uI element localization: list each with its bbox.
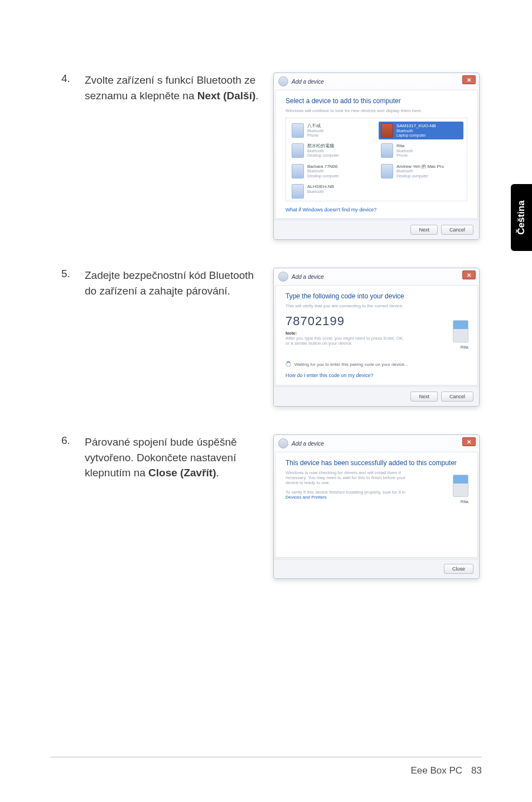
dialog3-footer: Close — [274, 559, 479, 578]
dialog2-footer: Next Cancel — [274, 386, 479, 406]
dialog2-heading: Type the following code into your device — [286, 292, 467, 300]
device-thumb-icon — [453, 320, 468, 342]
device-list: 八不戒BluetoothPhone SAM1017_KUO-NBBluetoot… — [286, 118, 467, 201]
back-icon[interactable] — [278, 438, 288, 448]
dialog1-body: Select a device to add to this computer … — [275, 90, 478, 219]
step-5-text: Zadejte bezpečnostní kód Bluetooth do za… — [85, 268, 262, 298]
dialog1-titlebar: Add a device — [274, 73, 479, 90]
step-5-left: 5. Zadejte bezpečnostní kód Bluetooth do… — [61, 268, 262, 298]
step-6: 6. Párované spojení bude úspěšně vytvoře… — [61, 434, 482, 579]
next-button[interactable]: Next — [410, 225, 438, 235]
dialog1-heading: Select a device to add to this computer — [286, 97, 467, 105]
device-item[interactable]: 八不戒BluetoothPhone — [289, 122, 374, 139]
dialog2-sub: This will verify that you are connecting… — [286, 303, 467, 308]
device-item[interactable]: ALHSIEH-NBBluetooth — [289, 182, 374, 200]
dialog1-footer: Next Cancel — [274, 220, 479, 239]
page-number: 83 — [471, 765, 482, 776]
device-icon — [292, 123, 304, 138]
dialog3-titlebar: Add a device — [274, 435, 479, 452]
device-icon — [292, 143, 304, 158]
pairing-code: 78702199 — [286, 314, 467, 328]
device-icon — [292, 164, 304, 178]
footer-divider — [50, 757, 482, 757]
waiting-row: Waiting for you to enter this pairing co… — [286, 361, 467, 367]
note-text: After you type this code, you might need… — [286, 336, 408, 346]
next-button[interactable]: Next — [410, 392, 438, 402]
device-item-selected[interactable]: SAM1017_KUO-NBBluetoothLaptop computer — [379, 122, 463, 139]
note-label: Note: — [286, 331, 467, 336]
dialog3-body2: To verify if this device finished instal… — [286, 490, 414, 500]
page-content: 4. Zvolte zařízení s funkcí Bluetooth ze… — [0, 0, 532, 579]
close-icon[interactable]: ✕ — [462, 75, 476, 84]
dialog-pairing-code: ✕ Add a device Type the following code i… — [273, 268, 480, 407]
dialog3-title: Add a device — [292, 441, 324, 447]
step-4-text: Zvolte zařízení s funkcí Bluetooth ze se… — [85, 73, 262, 103]
product-name: Eee Box PC — [410, 765, 462, 776]
step-5-number: 5. — [61, 268, 72, 298]
device-icon — [381, 123, 393, 138]
cancel-button[interactable]: Cancel — [441, 225, 473, 235]
device-item[interactable]: Barbara 77N08BluetoothDesktop computer — [289, 162, 374, 180]
devices-printers-link[interactable]: Devices and Printers — [286, 495, 327, 500]
dialog2-body: Type the following code into your device… — [275, 285, 478, 385]
device-item[interactable]: 顏水松的電腦BluetoothDesktop computer — [289, 142, 374, 160]
dialog2-titlebar: Add a device — [274, 268, 479, 285]
dialog1-title: Add a device — [292, 79, 324, 85]
close-button[interactable]: Close — [444, 564, 473, 574]
device-item[interactable]: Andrew Yeh 的 Mac ProBluetoothDesktop com… — [379, 162, 463, 180]
dialog-select-device: ✕ Add a device Select a device to add to… — [273, 73, 480, 240]
step-5: 5. Zadejte bezpečnostní kód Bluetooth do… — [61, 268, 482, 407]
cancel-button[interactable]: Cancel — [441, 392, 473, 402]
step-4-left: 4. Zvolte zařízení s funkcí Bluetooth ze… — [61, 73, 262, 103]
spinner-icon — [286, 361, 291, 367]
page-footer: Eee Box PC 83 — [410, 765, 482, 776]
dialog3-heading: This device has been successfully added … — [286, 459, 467, 467]
step-6-number: 6. — [61, 434, 72, 481]
back-icon[interactable] — [278, 76, 288, 86]
device-icon — [292, 184, 304, 199]
step-6-text: Párované spojení bude úspěšně vytvořeno.… — [85, 434, 262, 481]
dialog3-body: This device has been successfully added … — [275, 452, 478, 558]
step-4-number: 4. — [61, 73, 72, 103]
close-icon[interactable]: ✕ — [462, 270, 476, 279]
device-icon — [381, 143, 393, 158]
device-thumb-icon — [453, 475, 468, 497]
device-icon — [381, 164, 393, 178]
device-thumb-label: Rita — [461, 345, 468, 350]
close-icon[interactable]: ✕ — [462, 437, 476, 446]
waiting-text: Waiting for you to enter this pairing co… — [294, 362, 408, 367]
back-icon[interactable] — [278, 272, 288, 282]
dialog3-body1: Windows is now checking for drivers and … — [286, 470, 414, 485]
dialog-success: ✕ Add a device This device has been succ… — [273, 434, 480, 579]
device-item[interactable]: RitaBluetoothPhone — [379, 142, 463, 160]
step-6-left: 6. Párované spojení bude úspěšně vytvoře… — [61, 434, 262, 481]
help-link[interactable]: How do I enter this code on my device? — [286, 373, 467, 378]
dialog1-sub: Windows will continue to look for new de… — [286, 108, 467, 113]
dialog2-title: Add a device — [292, 274, 324, 280]
step-4: 4. Zvolte zařízení s funkcí Bluetooth ze… — [61, 73, 482, 240]
device-thumb-label: Rita — [461, 499, 468, 504]
help-link[interactable]: What if Windows doesn't find my device? — [286, 207, 467, 212]
